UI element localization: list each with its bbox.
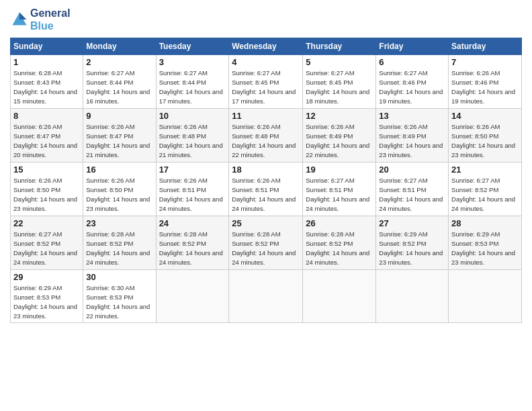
day-number: 23 [86, 218, 152, 228]
column-header-saturday: Saturday [449, 38, 522, 55]
day-number: 22 [13, 218, 80, 228]
calendar-cell: 13Sunrise: 6:26 AMSunset: 8:49 PMDayligh… [376, 109, 449, 163]
header: General Blue [10, 7, 522, 32]
calendar-cell: 30Sunrise: 6:30 AMSunset: 8:53 PMDayligh… [83, 270, 156, 323]
day-number: 27 [379, 218, 445, 228]
day-info: Sunrise: 6:27 AMSunset: 8:44 PMDaylight:… [86, 68, 152, 105]
day-info: Sunrise: 6:27 AMSunset: 8:52 PMDaylight:… [13, 230, 80, 267]
day-info: Sunrise: 6:26 AMSunset: 8:50 PMDaylight:… [451, 122, 519, 159]
calendar-cell: 3Sunrise: 6:27 AMSunset: 8:44 PMDaylight… [156, 55, 229, 109]
calendar-cell: 17Sunrise: 6:26 AMSunset: 8:51 PMDayligh… [156, 163, 229, 216]
day-info: Sunrise: 6:28 AMSunset: 8:52 PMDaylight:… [232, 230, 300, 267]
day-number: 18 [232, 165, 300, 175]
day-info: Sunrise: 6:27 AMSunset: 8:45 PMDaylight:… [306, 68, 373, 105]
column-header-wednesday: Wednesday [229, 38, 303, 55]
calendar-cell: 21Sunrise: 6:27 AMSunset: 8:52 PMDayligh… [449, 163, 522, 216]
calendar-cell: 28Sunrise: 6:29 AMSunset: 8:53 PMDayligh… [449, 216, 522, 270]
day-number: 7 [451, 57, 519, 67]
calendar-cell: 11Sunrise: 6:26 AMSunset: 8:48 PMDayligh… [229, 109, 303, 163]
day-info: Sunrise: 6:27 AMSunset: 8:51 PMDaylight:… [379, 176, 445, 213]
day-number: 4 [232, 57, 300, 67]
day-number: 11 [232, 111, 300, 121]
day-number: 19 [306, 165, 373, 175]
calendar-cell: 26Sunrise: 6:28 AMSunset: 8:52 PMDayligh… [303, 216, 376, 270]
calendar-cell [376, 270, 449, 323]
day-number: 5 [306, 57, 373, 67]
logo-text: General Blue [30, 7, 71, 32]
calendar-cell: 15Sunrise: 6:26 AMSunset: 8:50 PMDayligh… [11, 163, 83, 216]
day-number: 3 [159, 57, 226, 67]
calendar-cell: 27Sunrise: 6:29 AMSunset: 8:52 PMDayligh… [376, 216, 449, 270]
calendar-cell: 18Sunrise: 6:26 AMSunset: 8:51 PMDayligh… [229, 163, 303, 216]
day-info: Sunrise: 6:26 AMSunset: 8:46 PMDaylight:… [451, 68, 519, 105]
column-header-tuesday: Tuesday [156, 38, 229, 55]
calendar-week-row: 8Sunrise: 6:26 AMSunset: 8:47 PMDaylight… [11, 109, 522, 163]
calendar-cell: 6Sunrise: 6:27 AMSunset: 8:46 PMDaylight… [376, 55, 449, 109]
calendar-cell: 23Sunrise: 6:28 AMSunset: 8:52 PMDayligh… [83, 216, 156, 270]
day-info: Sunrise: 6:26 AMSunset: 8:50 PMDaylight:… [86, 176, 152, 213]
calendar-cell: 16Sunrise: 6:26 AMSunset: 8:50 PMDayligh… [83, 163, 156, 216]
day-info: Sunrise: 6:26 AMSunset: 8:47 PMDaylight:… [13, 122, 80, 159]
column-header-thursday: Thursday [303, 38, 376, 55]
day-number: 25 [232, 218, 300, 228]
calendar-cell [449, 270, 522, 323]
svg-marker-1 [19, 13, 27, 20]
day-info: Sunrise: 6:28 AMSunset: 8:43 PMDaylight:… [13, 68, 80, 105]
day-number: 6 [379, 57, 445, 67]
day-number: 26 [306, 218, 373, 228]
day-info: Sunrise: 6:26 AMSunset: 8:51 PMDaylight:… [159, 176, 226, 213]
day-info: Sunrise: 6:27 AMSunset: 8:44 PMDaylight:… [159, 68, 226, 105]
column-header-sunday: Sunday [11, 38, 83, 55]
day-number: 13 [379, 111, 445, 121]
day-info: Sunrise: 6:29 AMSunset: 8:53 PMDaylight:… [13, 283, 80, 320]
calendar-cell: 29Sunrise: 6:29 AMSunset: 8:53 PMDayligh… [11, 270, 83, 323]
logo-icon [10, 10, 29, 29]
calendar-cell [229, 270, 303, 323]
day-info: Sunrise: 6:27 AMSunset: 8:45 PMDaylight:… [232, 68, 300, 105]
day-info: Sunrise: 6:29 AMSunset: 8:53 PMDaylight:… [451, 230, 519, 267]
calendar-cell: 14Sunrise: 6:26 AMSunset: 8:50 PMDayligh… [449, 109, 522, 163]
day-info: Sunrise: 6:28 AMSunset: 8:52 PMDaylight:… [86, 230, 152, 267]
calendar-cell: 5Sunrise: 6:27 AMSunset: 8:45 PMDaylight… [303, 55, 376, 109]
calendar-cell: 19Sunrise: 6:27 AMSunset: 8:51 PMDayligh… [303, 163, 376, 216]
day-number: 29 [13, 272, 80, 282]
calendar-cell [156, 270, 229, 323]
day-info: Sunrise: 6:28 AMSunset: 8:52 PMDaylight:… [306, 230, 373, 267]
day-number: 8 [13, 111, 80, 121]
calendar-cell: 20Sunrise: 6:27 AMSunset: 8:51 PMDayligh… [376, 163, 449, 216]
day-info: Sunrise: 6:26 AMSunset: 8:51 PMDaylight:… [232, 176, 300, 213]
day-number: 10 [159, 111, 226, 121]
day-number: 24 [159, 218, 226, 228]
day-number: 14 [451, 111, 519, 121]
day-info: Sunrise: 6:27 AMSunset: 8:51 PMDaylight:… [306, 176, 373, 213]
calendar-cell: 2Sunrise: 6:27 AMSunset: 8:44 PMDaylight… [83, 55, 156, 109]
day-number: 17 [159, 165, 226, 175]
day-number: 20 [379, 165, 445, 175]
day-number: 1 [13, 57, 80, 67]
day-number: 16 [86, 165, 152, 175]
page: General Blue SundayMondayTuesdayWednesda… [0, 0, 532, 411]
calendar-cell: 4Sunrise: 6:27 AMSunset: 8:45 PMDaylight… [229, 55, 303, 109]
day-number: 15 [13, 165, 80, 175]
calendar-cell: 10Sunrise: 6:26 AMSunset: 8:48 PMDayligh… [156, 109, 229, 163]
logo: General Blue [10, 7, 71, 32]
calendar-week-row: 29Sunrise: 6:29 AMSunset: 8:53 PMDayligh… [11, 270, 522, 323]
day-number: 21 [451, 165, 519, 175]
day-number: 28 [451, 218, 519, 228]
calendar-week-row: 15Sunrise: 6:26 AMSunset: 8:50 PMDayligh… [11, 163, 522, 216]
calendar-cell: 8Sunrise: 6:26 AMSunset: 8:47 PMDaylight… [11, 109, 83, 163]
day-info: Sunrise: 6:27 AMSunset: 8:52 PMDaylight:… [451, 176, 519, 213]
calendar-cell: 12Sunrise: 6:26 AMSunset: 8:49 PMDayligh… [303, 109, 376, 163]
calendar-header-row: SundayMondayTuesdayWednesdayThursdayFrid… [11, 38, 522, 55]
calendar-cell: 24Sunrise: 6:28 AMSunset: 8:52 PMDayligh… [156, 216, 229, 270]
day-info: Sunrise: 6:29 AMSunset: 8:52 PMDaylight:… [379, 230, 445, 267]
day-number: 12 [306, 111, 373, 121]
day-info: Sunrise: 6:27 AMSunset: 8:46 PMDaylight:… [379, 68, 445, 105]
day-number: 9 [86, 111, 152, 121]
calendar-cell: 25Sunrise: 6:28 AMSunset: 8:52 PMDayligh… [229, 216, 303, 270]
calendar-week-row: 1Sunrise: 6:28 AMSunset: 8:43 PMDaylight… [11, 55, 522, 109]
calendar-cell: 7Sunrise: 6:26 AMSunset: 8:46 PMDaylight… [449, 55, 522, 109]
day-number: 30 [86, 272, 152, 282]
column-header-monday: Monday [83, 38, 156, 55]
day-info: Sunrise: 6:26 AMSunset: 8:47 PMDaylight:… [86, 122, 152, 159]
